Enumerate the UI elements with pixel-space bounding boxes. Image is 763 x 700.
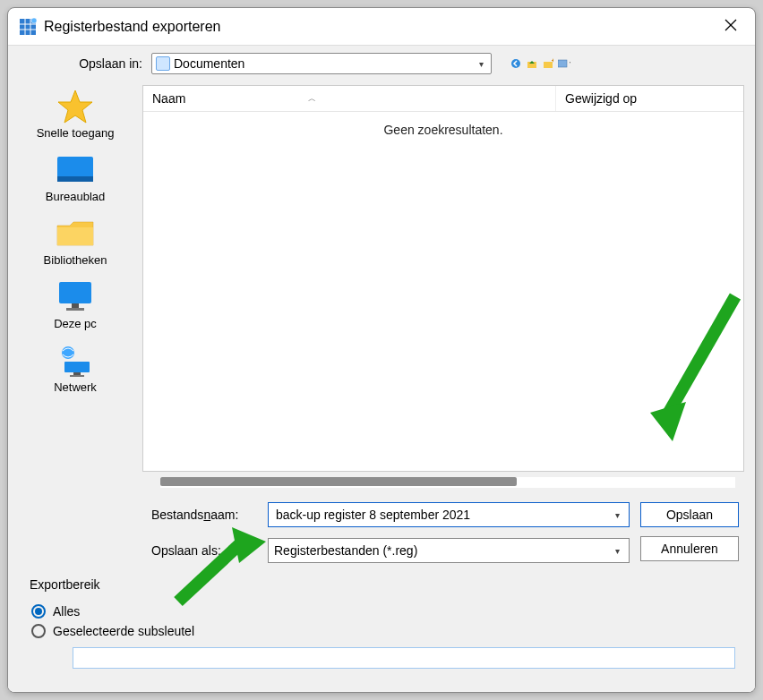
sidebar-item-this-pc[interactable]: Deze pc [54,281,97,330]
view-menu-icon[interactable] [558,57,570,70]
radio-row-selected[interactable]: Geselecteerde subsleutel [31,624,732,638]
radio-all-label: Alles [53,604,80,619]
filename-row: Bestandsnaam: ▾ [151,502,630,527]
sidebar-item-network[interactable]: Netwerk [54,345,97,394]
look-in-label: Opslaan in: [62,56,142,71]
filetype-row: Opslaan als: Registerbestanden (*.reg) ▾ [151,538,630,563]
sidebar-item-label: Netwerk [54,380,97,394]
svg-rect-22 [73,372,81,375]
chevron-down-icon: ▾ [476,59,487,69]
close-button[interactable] [717,15,744,38]
filename-input[interactable] [274,503,612,526]
horizontal-scrollbar[interactable] [160,477,735,488]
column-date-text: Gewijzigd op [565,91,637,106]
sidebar-item-desktop[interactable]: Bureaublad [46,154,106,203]
list-empty-message: Geen zoekresultaten. [143,112,743,471]
up-folder-icon[interactable] [526,57,538,70]
button-column: Opslaan Annuleren [640,502,739,574]
svg-rect-16 [57,227,93,245]
svg-rect-19 [66,308,84,311]
look-in-dropdown[interactable]: Documenten ▾ [151,53,492,74]
export-range-group: Exportbereik Alles Geselecteerde subsleu… [21,586,742,679]
mid-area: Snelle toegang Bureaublad Bibliotheken [8,81,755,490]
form-area: Bestandsnaam: ▾ Opslaan als: Registerbes… [8,490,755,581]
places-bar: Snelle toegang Bureaublad Bibliotheken [8,81,142,490]
documents-folder-icon [156,56,170,71]
svg-marker-13 [58,90,92,123]
save-button[interactable]: Opslaan [640,502,739,527]
dialog-body: Opslaan in: Documenten ▾ ✦ Snelle t [8,46,755,692]
svg-text:✦: ✦ [551,58,553,64]
filetype-value: Registerbestanden (*.reg) [274,543,612,558]
filename-label: Bestandsnaam: [151,508,259,522]
cancel-button[interactable]: Annuleren [640,536,739,561]
scrollbar-thumb[interactable] [160,477,517,486]
svg-rect-21 [64,362,90,372]
svg-point-8 [511,59,520,68]
file-list[interactable]: Naam ︿ Gewijzigd op Geen zoekresultaten. [142,85,744,472]
column-name-text: Naam [152,91,185,106]
radio-row-all[interactable]: Alles [31,604,732,619]
column-header-modified[interactable]: Gewijzigd op [555,86,743,111]
sidebar-item-label: Bibliotheken [44,253,107,267]
svg-rect-12 [558,60,567,67]
titlebar: Registerbestand exporteren [8,8,755,46]
filename-combo[interactable]: ▾ [268,502,630,527]
selected-subkey-input[interactable] [73,647,735,669]
sort-caret-icon: ︿ [308,93,316,105]
sidebar-item-label: Bureaublad [46,190,106,203]
export-registry-dialog: Registerbestand exporteren Opslaan in: D… [7,7,756,693]
monitor-icon [54,281,97,313]
folder-icon [54,218,97,250]
network-icon [54,345,97,377]
list-header: Naam ︿ Gewijzigd op [143,86,743,112]
look-in-value: Documenten [170,56,476,71]
look-in-row: Opslaan in: Documenten ▾ ✦ [8,46,755,81]
svg-rect-18 [72,303,79,308]
svg-rect-23 [70,375,84,377]
svg-point-5 [31,18,37,23]
filetype-label: Opslaan als: [151,543,259,558]
svg-rect-15 [57,176,93,182]
regedit-icon [19,18,37,36]
radio-all[interactable] [31,604,46,619]
new-folder-icon[interactable]: ✦ [542,57,554,70]
chevron-down-icon[interactable]: ▾ [612,510,623,520]
nav-toolbar: ✦ [510,57,570,70]
sidebar-item-label: Deze pc [54,317,97,330]
desktop-icon [54,154,97,186]
chevron-down-icon[interactable]: ▾ [612,546,623,556]
radio-selected-label: Geselecteerde subsleutel [53,624,194,638]
star-icon [54,90,97,123]
sidebar-item-quick-access[interactable]: Snelle toegang [37,90,115,140]
export-range-legend: Exportbereik [26,577,104,592]
sidebar-item-label: Snelle toegang [37,126,115,140]
svg-rect-17 [59,282,91,303]
radio-selected-branch[interactable] [31,624,46,638]
back-icon[interactable] [510,57,522,70]
window-title: Registerbestand exporteren [44,19,220,35]
filetype-combo[interactable]: Registerbestanden (*.reg) ▾ [268,538,630,563]
column-header-name[interactable]: Naam ︿ [143,86,555,111]
sidebar-item-libraries[interactable]: Bibliotheken [44,218,107,267]
